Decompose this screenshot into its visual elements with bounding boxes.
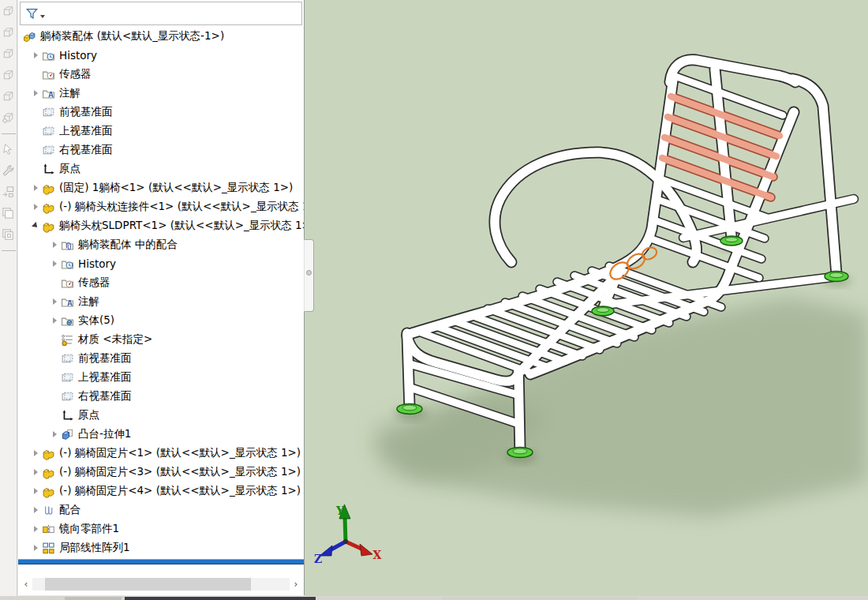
viewport-canvas[interactable]: Y X Z [305,0,868,600]
orientation-triad[interactable]: Y X Z [314,504,382,565]
rollback-bar[interactable] [18,559,304,564]
folder-history-icon [61,257,74,271]
tree-horizontal-scrollbar[interactable]: ‹ › [20,577,302,591]
expand-arrow-icon[interactable] [29,223,42,229]
tree-filter-bar[interactable] [20,2,302,25]
tree-row-label: History [78,257,116,270]
expand-arrow-icon[interactable] [29,52,42,58]
tree-row[interactable]: 注解 [18,84,304,103]
expand-arrow-icon[interactable] [48,298,61,305]
tree-row[interactable]: 材质 <未指定> [18,330,304,349]
panel-splitter-handle[interactable] [304,239,314,312]
expand-arrow-icon[interactable] [29,488,42,494]
taskbar-segment [125,597,316,600]
view-cube-icon[interactable] [1,24,17,41]
wrench-icon[interactable] [1,162,17,179]
tree-row-label: 传感器 [78,276,110,290]
tree-row[interactable]: (-) 躺椅头枕连接件<1> (默认<<默认>_显示状态 1>) [18,197,304,216]
feature-tree: 躺椅装配体 (默认<默认_显示状态-1>)History传感器注解前视基准面上视… [18,27,304,564]
tree-row-label: 配合 [59,503,80,517]
expand-arrow-icon[interactable] [29,185,42,191]
tree-row-label: 注解 [78,294,99,309]
layers-stack-icon[interactable] [1,204,17,222]
tree-row[interactable]: 上视基准面 [18,122,304,141]
select-pointer-icon[interactable] [1,141,17,158]
tree-row-label: 上视基准面 [59,124,113,138]
tree-row[interactable]: 躺椅装配体 (默认<默认_显示状态-1>) [18,27,304,46]
tree-row[interactable]: 前视基准面 [18,103,304,122]
tree-row[interactable]: (-) 躺椅固定片<1> (默认<<默认>_显示状态 1>) [18,444,304,463]
view-cube-icon[interactable] [1,2,17,20]
part-icon [42,447,55,460]
tree-row[interactable]: 右视基准面 [18,387,304,406]
folder-annotations-icon [61,295,74,309]
tree-row[interactable]: (固定) 1躺椅<1> (默认<<默认>_显示状态 1>) [18,178,304,197]
tree-row[interactable]: History [18,46,304,65]
tree-row-label: 实体(5) [78,313,114,328]
layers-copy-icon[interactable] [1,226,17,243]
tree-row[interactable]: 传感器 [18,65,304,84]
tree-row-label: (-) 躺椅固定片<3> (默认<<默认>_显示状态 1>) [59,465,301,479]
triad-y-label[interactable]: Y [335,504,345,517]
tree-row[interactable]: 凸台-拉伸1 [18,425,304,444]
expand-arrow-icon[interactable] [29,204,42,210]
expand-arrow-icon[interactable] [29,545,42,551]
tree-row[interactable]: 右视基准面 [18,141,304,159]
expand-arrow-icon[interactable] [29,450,42,456]
filter-dropdown-caret-icon[interactable] [40,15,45,18]
tree-row[interactable]: (-) 躺椅固定片<4> (默认<<默认>_显示状态 1>) [18,482,304,501]
tree-row[interactable]: History [18,254,304,273]
view-cube-icon[interactable] [1,88,17,105]
folder-solids-icon [61,314,74,328]
filter-funnel-icon[interactable] [25,7,39,21]
toolbar-separator [2,133,16,134]
part-icon [42,219,55,233]
solidworks-window: 躺椅装配体 (默认<默认_显示状态-1>)History传感器注解前视基准面上视… [0,0,868,600]
tree-row[interactable]: 实体(5) [18,311,304,330]
foot-flange [825,272,848,282]
folder-annotations-icon [42,87,55,100]
expand-arrow-icon[interactable] [48,242,61,248]
datum-plane-icon [61,390,74,403]
view-cube-icon[interactable] [1,45,17,62]
scroll-right-arrow-icon[interactable]: › [290,577,302,591]
left-toolbar [0,0,17,600]
folder-sensor-icon [42,68,55,81]
tree-row-label: (-) 躺椅固定片<4> (默认<<默认>_显示状态 1>) [59,484,301,498]
expand-arrow-icon[interactable] [29,469,42,475]
scrollbar-thumb[interactable] [45,578,251,591]
expand-arrow-icon[interactable] [48,317,61,324]
datum-plane-icon [42,125,55,138]
expand-arrow-icon[interactable] [29,526,42,532]
tree-row[interactable]: (-) 躺椅固定片<3> (默认<<默认>_显示状态 1>) [18,463,304,482]
tree-row[interactable]: 注解 [18,292,304,311]
triad-z-label[interactable]: Z [314,553,322,565]
view-cube-icon[interactable] [1,66,17,84]
tree-row[interactable]: 原点 [18,159,304,178]
scroll-left-arrow-icon[interactable]: ‹ [20,577,32,591]
tree-row[interactable]: 配合 [18,501,304,519]
tree-row[interactable]: 躺椅头枕SLDPRT<1> (默认<<默认>_显示状态 1>) [18,216,304,235]
datum-plane-icon [42,144,55,157]
triad-x-label[interactable]: X [373,549,382,561]
tree-row[interactable]: 上视基准面 [18,368,304,387]
graphics-viewport[interactable]: Y X Z [305,0,868,600]
tree-row[interactable]: 传感器 [18,273,304,292]
expand-arrow-icon[interactable] [48,431,61,437]
tree-row[interactable]: 前视基准面 [18,349,304,368]
tree-row-label: 前视基准面 [59,105,113,119]
boss-extrude-icon [61,428,74,441]
tree-row-label: 躺椅头枕SLDPRT<1> (默认<<默认>_显示状态 1>) [59,219,304,233]
tree-row[interactable]: 局部线性阵列1 [18,538,304,557]
scrollbar-track[interactable] [32,578,290,591]
expand-arrow-icon[interactable] [29,507,42,513]
view-cube-section-icon[interactable] [1,109,17,126]
expand-arrow-icon[interactable] [29,90,42,96]
linear-pattern-icon [42,542,55,555]
tree-row[interactable]: 躺椅装配体 中的配合 [18,235,304,254]
move-component-icon[interactable] [1,183,17,201]
tree-row[interactable]: 镜向零部件1 [18,519,304,538]
tree-row-label: 局部线性阵列1 [59,541,130,555]
expand-arrow-icon[interactable] [48,261,61,267]
tree-row[interactable]: 原点 [18,406,304,425]
